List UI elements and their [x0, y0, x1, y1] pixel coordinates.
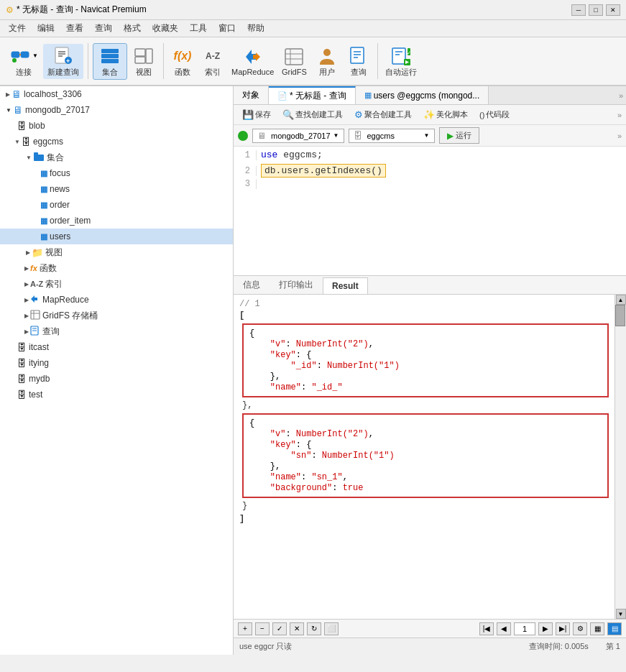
users-collection-icon: ▦: [40, 232, 47, 241]
sidebar-item-collections-folder[interactable]: ▼ 集合: [0, 149, 233, 165]
sidebar-item-news[interactable]: ▦ news: [0, 181, 233, 197]
nav-add-btn[interactable]: +: [238, 622, 252, 635]
sidebar-item-views[interactable]: ▶ 📁 视图: [0, 244, 233, 260]
nav-next-btn[interactable]: ▶: [538, 622, 553, 635]
nav-minus-btn[interactable]: −: [255, 622, 270, 635]
order-item-collection-icon: ▦: [40, 216, 47, 226]
sidebar-item-itying[interactable]: 🗄 itying: [0, 355, 233, 371]
code-line-1: 1 use eggcms;: [234, 149, 626, 164]
sidebar-item-focus[interactable]: ▦ focus: [0, 165, 233, 181]
collection-icon: [100, 46, 120, 66]
mongodb-icon: 🖥: [13, 104, 23, 116]
toolbar-autorun-label: 自动运行: [385, 67, 417, 78]
page-number-input[interactable]: [514, 622, 535, 635]
minimize-button[interactable]: ─: [571, 4, 586, 16]
sidebar-item-queries[interactable]: ▶ 查询: [0, 323, 233, 339]
mydb-icon: 🗄: [17, 374, 27, 385]
nav-check-btn[interactable]: ✓: [272, 622, 287, 635]
toolbar-query[interactable]: 查询: [344, 44, 373, 79]
nav-x-btn[interactable]: ✕: [290, 622, 304, 635]
nav-last-btn[interactable]: ▶|: [556, 622, 570, 635]
toolbar-more-btn[interactable]: »: [617, 111, 622, 119]
nav-refresh-btn[interactable]: ↻: [307, 622, 321, 635]
scroll-down-btn[interactable]: ▼: [616, 609, 626, 619]
tab-expand-btn[interactable]: »: [616, 90, 626, 101]
expand-icon-mapreduce: ▶: [24, 297, 29, 303]
menu-format[interactable]: 格式: [118, 21, 147, 36]
menu-window[interactable]: 窗口: [213, 21, 241, 36]
toolbar-new-query[interactable]: + 新建查询: [43, 44, 83, 79]
menu-file[interactable]: 文件: [3, 21, 32, 36]
nav-active-btn[interactable]: ▤: [607, 622, 622, 635]
sidebar-item-indexes[interactable]: ▶ A-Z 索引: [0, 276, 233, 292]
result-tab-result[interactable]: Result: [323, 277, 368, 294]
connection-select[interactable]: 🖥 mongodb_27017 ▼: [252, 129, 344, 143]
maximize-button[interactable]: □: [589, 4, 603, 16]
beautify-button[interactable]: ✨ 美化脚本: [419, 108, 472, 121]
localhost-icon: 🖥: [11, 88, 22, 100]
tab-object-label: 对象: [242, 89, 259, 101]
menu-edit[interactable]: 编辑: [32, 21, 60, 36]
run-button[interactable]: ▶ 运行: [439, 127, 479, 144]
menu-help[interactable]: 帮助: [241, 21, 270, 36]
toolbar-function[interactable]: f(x) 函数: [168, 44, 197, 79]
toolbar-mapreduce-label: MapReduce: [231, 68, 274, 76]
sidebar-item-localhost[interactable]: ▶ 🖥 localhost_3306: [0, 86, 233, 102]
menu-tools[interactable]: 工具: [184, 21, 213, 36]
svg-rect-15: [146, 49, 152, 63]
expand-icon-gridfs: ▶: [24, 313, 29, 319]
toolbar-view-label: 视图: [136, 67, 152, 78]
sidebar-item-eggcms[interactable]: ▼ 🗄 eggcms: [0, 134, 233, 149]
sidebar-item-mydb[interactable]: 🗄 mydb: [0, 371, 233, 387]
snippet-button[interactable]: () 代码段: [475, 108, 514, 121]
db-arrow-icon: ▼: [424, 132, 430, 139]
menu-view[interactable]: 查看: [60, 21, 89, 36]
nav-first-btn[interactable]: |◀: [479, 622, 494, 635]
focus-collection-icon: ▦: [40, 169, 47, 178]
toolbar-collection[interactable]: 集合: [93, 43, 127, 80]
tab-result[interactable]: ▦ users @eggcms (mongod...: [356, 86, 489, 104]
database-select[interactable]: 🗄 eggcms ▼: [349, 129, 435, 143]
nav-settings-btn[interactable]: ⚙: [573, 622, 587, 635]
scroll-up-btn[interactable]: ▲: [616, 295, 626, 305]
menu-favorites[interactable]: 收藏夹: [147, 21, 184, 36]
toolbar-connect[interactable]: ▼ 连接: [6, 44, 42, 79]
result-scrollbar[interactable]: ▲ ▼: [615, 295, 626, 619]
json-line-2-5: },: [249, 461, 602, 471]
menu-query[interactable]: 查询: [89, 21, 118, 36]
sidebar-item-mongodb[interactable]: ▼ 🖥 mongodb_27017: [0, 102, 233, 118]
sidebar-item-order[interactable]: ▦ order: [0, 197, 233, 213]
title-bar-text: * 无标题 - 查询 - Navicat Premium: [17, 4, 147, 16]
sidebar-item-gridfs[interactable]: ▶ GridFS 存储桶: [0, 308, 233, 323]
toolbar-mapreduce[interactable]: MapReduce: [229, 45, 277, 78]
sidebar-item-mapreduce[interactable]: ▶ MapReduce: [0, 292, 233, 308]
conn-bar-more[interactable]: »: [617, 132, 622, 140]
sidebar-item-users[interactable]: ▦ users: [0, 229, 233, 244]
nav-table-btn[interactable]: ▦: [590, 622, 604, 635]
toolbar-index[interactable]: A-Z 索引: [198, 44, 227, 79]
aggregate-tool-button[interactable]: ⚙ 聚合创建工具: [350, 108, 416, 121]
toolbar-autorun[interactable]: ✓ 自动运行: [382, 44, 420, 79]
find-tool-button[interactable]: 🔍 查找创建工具: [278, 108, 347, 121]
tab-object[interactable]: 对象: [234, 86, 269, 104]
toolbar-gridfs[interactable]: GridFS: [278, 45, 310, 78]
result-tab-info[interactable]: 信息: [234, 276, 270, 294]
close-button[interactable]: ✕: [606, 4, 620, 16]
sidebar-item-functions[interactable]: ▶ fx 函数: [0, 260, 233, 276]
toolbar-user[interactable]: 用户: [311, 44, 343, 79]
scroll-thumb[interactable]: [615, 305, 625, 326]
sidebar-item-order-item[interactable]: ▦ order_item: [0, 213, 233, 229]
code-editor[interactable]: 1 use eggcms; 2 db.users.getIndexes() 3: [234, 147, 626, 276]
sidebar-item-test[interactable]: 🗄 test: [0, 387, 233, 402]
tab-query[interactable]: 📄 * 无标题 - 查询: [269, 86, 356, 104]
save-button[interactable]: 💾 保存: [238, 108, 275, 121]
toolbar-query-label: 查询: [351, 67, 367, 78]
nav-prev-btn[interactable]: ◀: [497, 622, 511, 635]
nav-stop-btn[interactable]: ⬜: [324, 622, 339, 635]
toolbar-view[interactable]: 视图: [129, 44, 159, 79]
title-bar-icon: ⚙: [6, 5, 14, 15]
sidebar-item-blob[interactable]: 🗄 blob: [0, 118, 233, 134]
sidebar-item-itcast[interactable]: 🗄 itcast: [0, 339, 233, 355]
json-line-2-4: "sn": NumberInt("1"): [249, 451, 602, 461]
result-tab-print[interactable]: 打印输出: [270, 276, 323, 294]
